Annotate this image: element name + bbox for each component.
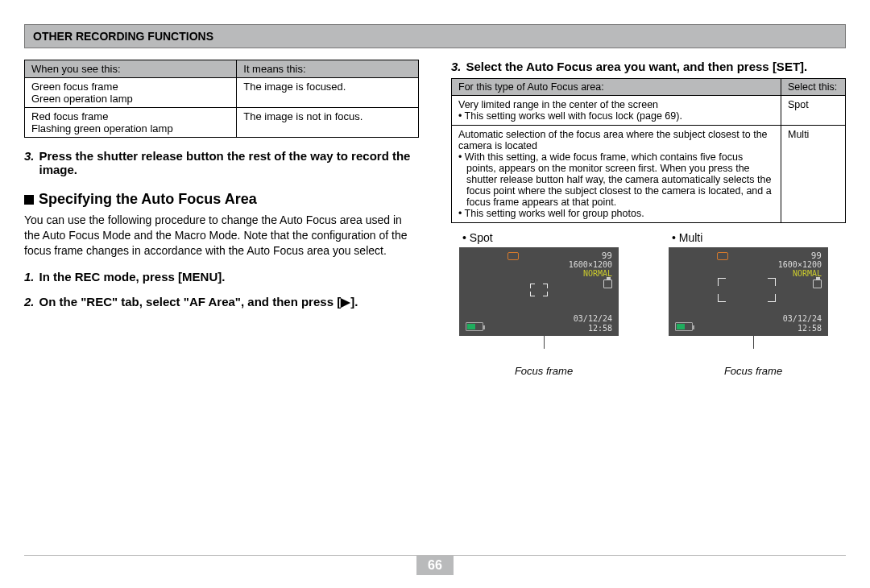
table-cell: The image is not in focus. — [237, 108, 419, 138]
table-cell: Very limited range in the center of the … — [452, 96, 781, 126]
subsection-heading: Specifying the Auto Focus Area — [24, 191, 419, 208]
table-cell: Green focus frame Green operation lamp — [25, 78, 237, 108]
cell-line: Red focus frame — [31, 110, 230, 122]
table-header: Select this: — [781, 79, 846, 96]
multi-focus-frame — [718, 278, 776, 302]
cell-bullet: • This setting works well for group phot… — [458, 208, 774, 219]
left-column: When you see this: It means this: Green … — [24, 60, 419, 377]
preview-multi-column: • Multi 99 1600×1200 NORMAL 03/12/24 12:… — [661, 231, 846, 377]
resolution-label: 1600×1200 NORMAL — [778, 260, 822, 278]
page-number: 66 — [416, 556, 454, 575]
table-cell: The image is focused. — [237, 78, 419, 108]
quality-value: NORMAL — [778, 269, 822, 278]
camera-preview-multi: 99 1600×1200 NORMAL 03/12/24 12:58 — [669, 247, 828, 336]
step-text: Select the Auto Focus area you want, and… — [466, 60, 808, 73]
date-label: 03/12/24 — [574, 314, 612, 323]
step-3-right: 3. Select the Auto Focus area you want, … — [451, 60, 846, 73]
step-text: On the "REC" tab, select "AF Area", and … — [39, 295, 358, 309]
page-footer: 66 — [0, 555, 870, 575]
preview-row: • Spot 99 1600×1200 NORMAL 03/12/24 12:5… — [451, 231, 846, 377]
res-value: 1600×1200 — [569, 260, 612, 269]
callout-label: Focus frame — [661, 365, 846, 377]
section-header: OTHER RECORDING FUNCTIONS — [24, 24, 846, 48]
table-cell: Multi — [781, 126, 846, 223]
cell-bullet: • This setting works well with focus loc… — [458, 110, 774, 122]
right-column: 3. Select the Auto Focus area you want, … — [451, 60, 846, 377]
battery-icon — [675, 322, 693, 331]
cell-line: Automatic selection of the focus area wh… — [458, 129, 774, 151]
quality-value: NORMAL — [569, 269, 612, 278]
step-3-left: 3. Press the shutter release button the … — [24, 149, 419, 176]
camera-preview-spot: 99 1600×1200 NORMAL 03/12/24 12:58 — [459, 247, 619, 336]
table-header: For this type of Auto Focus area: — [452, 79, 781, 96]
af-area-table: For this type of Auto Focus area: Select… — [451, 78, 846, 223]
cell-line: Very limited range in the center of the … — [458, 99, 774, 110]
callout-label: Focus frame — [451, 365, 636, 377]
step-number: 3. — [24, 149, 35, 176]
time-label: 12:58 — [798, 324, 822, 333]
rec-mode-icon — [717, 252, 728, 260]
preview-label: • Multi — [672, 231, 846, 244]
step-1: 1. In the REC mode, press [MENU]. — [24, 270, 419, 284]
section-body: You can use the following procedure to c… — [24, 213, 419, 259]
memory-card-icon — [603, 280, 612, 288]
step-text: In the REC mode, press [MENU]. — [39, 270, 226, 284]
step-number: 1. — [24, 270, 35, 284]
table-cell: Automatic selection of the focus area wh… — [452, 126, 781, 223]
focus-indicator-table: When you see this: It means this: Green … — [24, 60, 419, 138]
step-2: 2. On the "REC" tab, select "AF Area", a… — [24, 295, 419, 309]
cell-bullet: • With this setting, a wide focus frame,… — [458, 151, 774, 208]
heading-text: Specifying the Auto Focus Area — [39, 191, 257, 207]
resolution-label: 1600×1200 NORMAL — [569, 260, 612, 278]
table-cell: Spot — [781, 96, 846, 126]
preview-label: • Spot — [462, 231, 636, 244]
date-label: 03/12/24 — [783, 314, 822, 323]
step-text: Press the shutter release button the res… — [39, 149, 419, 176]
time-label: 12:58 — [588, 324, 612, 333]
cell-line: Flashing green operation lamp — [31, 122, 230, 135]
memory-card-icon — [813, 280, 822, 288]
step-number: 3. — [451, 60, 462, 73]
cell-line: Green focus frame — [31, 81, 230, 93]
rec-mode-icon — [508, 252, 519, 260]
spot-focus-frame — [530, 284, 548, 296]
square-bullet-icon — [24, 195, 34, 205]
preview-spot-column: • Spot 99 1600×1200 NORMAL 03/12/24 12:5… — [451, 231, 636, 377]
table-header: It means this: — [237, 60, 419, 78]
step-number: 2. — [24, 295, 35, 309]
battery-icon — [466, 322, 483, 331]
table-header: When you see this: — [25, 60, 237, 78]
cell-line: Green operation lamp — [31, 93, 230, 105]
table-cell: Red focus frame Flashing green operation… — [25, 108, 237, 138]
res-value: 1600×1200 — [778, 260, 822, 269]
two-column-layout: When you see this: It means this: Green … — [24, 60, 846, 377]
